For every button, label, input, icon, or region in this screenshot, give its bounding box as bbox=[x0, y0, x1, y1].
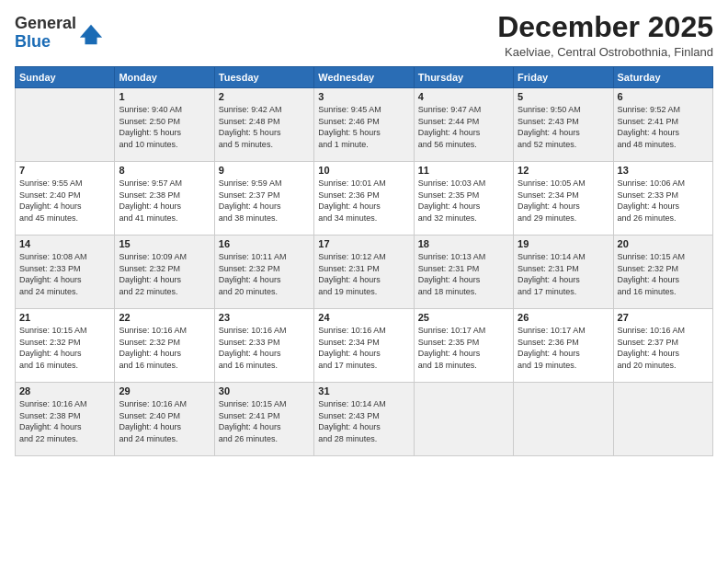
day-number: 9 bbox=[219, 165, 310, 176]
day-info: Sunrise: 10:16 AMSunset: 2:34 PMDaylight… bbox=[318, 325, 409, 371]
day-info: Sunrise: 10:15 AMSunset: 2:32 PMDaylight… bbox=[618, 251, 709, 297]
day-info: Sunrise: 9:52 AMSunset: 2:41 PMDaylight:… bbox=[618, 104, 709, 150]
calendar-week-row: 1Sunrise: 9:40 AMSunset: 2:50 PMDaylight… bbox=[16, 88, 713, 162]
table-row: 25Sunrise: 10:17 AMSunset: 2:35 PMDaylig… bbox=[414, 309, 513, 383]
day-info: Sunrise: 10:01 AMSunset: 2:36 PMDaylight… bbox=[318, 178, 409, 224]
table-row: 11Sunrise: 10:03 AMSunset: 2:35 PMDaylig… bbox=[414, 162, 513, 236]
header-saturday: Saturday bbox=[613, 67, 712, 88]
day-number: 29 bbox=[119, 385, 210, 396]
table-row: 13Sunrise: 10:06 AMSunset: 2:33 PMDaylig… bbox=[613, 162, 712, 236]
day-number: 2 bbox=[219, 91, 310, 102]
day-number: 22 bbox=[119, 312, 210, 323]
day-info: Sunrise: 10:15 AMSunset: 2:32 PMDaylight… bbox=[19, 325, 110, 371]
table-row: 4Sunrise: 9:47 AMSunset: 2:44 PMDaylight… bbox=[414, 88, 513, 162]
table-row bbox=[16, 88, 115, 162]
day-number: 4 bbox=[418, 91, 509, 102]
day-number: 6 bbox=[618, 91, 709, 102]
day-info: Sunrise: 10:11 AMSunset: 2:32 PMDaylight… bbox=[219, 251, 310, 297]
weekday-header-row: Sunday Monday Tuesday Wednesday Thursday… bbox=[16, 67, 713, 88]
day-number: 14 bbox=[19, 238, 110, 249]
day-number: 21 bbox=[19, 312, 110, 323]
location: Kaelviae, Central Ostrobothnia, Finland bbox=[497, 45, 713, 59]
day-number: 10 bbox=[318, 165, 409, 176]
header-thursday: Thursday bbox=[414, 67, 513, 88]
day-info: Sunrise: 10:17 AMSunset: 2:35 PMDaylight… bbox=[418, 325, 509, 371]
day-number: 28 bbox=[19, 385, 110, 396]
table-row: 2Sunrise: 9:42 AMSunset: 2:48 PMDaylight… bbox=[214, 88, 313, 162]
day-info: Sunrise: 10:05 AMSunset: 2:34 PMDaylight… bbox=[518, 178, 609, 224]
day-info: Sunrise: 9:45 AMSunset: 2:46 PMDaylight:… bbox=[318, 104, 409, 150]
day-number: 20 bbox=[618, 238, 709, 249]
day-info: Sunrise: 9:50 AMSunset: 2:43 PMDaylight:… bbox=[518, 104, 609, 150]
day-info: Sunrise: 10:13 AMSunset: 2:31 PMDaylight… bbox=[418, 251, 509, 297]
table-row bbox=[414, 383, 513, 456]
day-number: 5 bbox=[518, 91, 609, 102]
table-row: 5Sunrise: 9:50 AMSunset: 2:43 PMDaylight… bbox=[514, 88, 613, 162]
table-row: 26Sunrise: 10:17 AMSunset: 2:36 PMDaylig… bbox=[514, 309, 613, 383]
day-info: Sunrise: 9:40 AMSunset: 2:50 PMDaylight:… bbox=[119, 104, 210, 150]
table-row: 31Sunrise: 10:14 AMSunset: 2:43 PMDaylig… bbox=[314, 383, 414, 456]
day-info: Sunrise: 10:14 AMSunset: 2:43 PMDaylight… bbox=[318, 398, 409, 444]
day-info: Sunrise: 10:12 AMSunset: 2:31 PMDaylight… bbox=[318, 251, 409, 297]
day-info: Sunrise: 10:15 AMSunset: 2:41 PMDaylight… bbox=[219, 398, 310, 444]
header: General Blue December 2025 Kaelviae, Cen… bbox=[15, 11, 713, 59]
day-info: Sunrise: 9:55 AMSunset: 2:40 PMDaylight:… bbox=[19, 178, 110, 224]
day-info: Sunrise: 10:16 AMSunset: 2:38 PMDaylight… bbox=[19, 398, 110, 444]
table-row: 21Sunrise: 10:15 AMSunset: 2:32 PMDaylig… bbox=[16, 309, 115, 383]
day-number: 16 bbox=[219, 238, 310, 249]
header-wednesday: Wednesday bbox=[314, 67, 414, 88]
day-info: Sunrise: 9:57 AMSunset: 2:38 PMDaylight:… bbox=[119, 178, 210, 224]
day-number: 12 bbox=[518, 165, 609, 176]
table-row: 8Sunrise: 9:57 AMSunset: 2:38 PMDaylight… bbox=[115, 162, 214, 236]
day-number: 31 bbox=[318, 385, 409, 396]
table-row: 23Sunrise: 10:16 AMSunset: 2:33 PMDaylig… bbox=[214, 309, 313, 383]
title-block: December 2025 Kaelviae, Central Ostrobot… bbox=[497, 11, 713, 59]
table-row: 10Sunrise: 10:01 AMSunset: 2:36 PMDaylig… bbox=[314, 162, 414, 236]
day-number: 24 bbox=[318, 312, 409, 323]
month-title: December 2025 bbox=[497, 11, 713, 43]
table-row bbox=[613, 383, 712, 456]
table-row: 30Sunrise: 10:15 AMSunset: 2:41 PMDaylig… bbox=[214, 383, 313, 456]
table-row: 28Sunrise: 10:16 AMSunset: 2:38 PMDaylig… bbox=[16, 383, 115, 456]
day-info: Sunrise: 10:06 AMSunset: 2:33 PMDaylight… bbox=[618, 178, 709, 224]
calendar-week-row: 7Sunrise: 9:55 AMSunset: 2:40 PMDaylight… bbox=[16, 162, 713, 236]
table-row bbox=[514, 383, 613, 456]
logo: General Blue bbox=[15, 15, 104, 52]
day-number: 30 bbox=[219, 385, 310, 396]
table-row: 19Sunrise: 10:14 AMSunset: 2:31 PMDaylig… bbox=[514, 236, 613, 309]
logo-icon bbox=[78, 20, 104, 46]
header-tuesday: Tuesday bbox=[214, 67, 313, 88]
day-info: Sunrise: 10:16 AMSunset: 2:37 PMDaylight… bbox=[618, 325, 709, 371]
table-row: 20Sunrise: 10:15 AMSunset: 2:32 PMDaylig… bbox=[613, 236, 712, 309]
day-number: 18 bbox=[418, 238, 509, 249]
header-sunday: Sunday bbox=[16, 67, 115, 88]
header-friday: Friday bbox=[514, 67, 613, 88]
day-info: Sunrise: 10:09 AMSunset: 2:32 PMDaylight… bbox=[119, 251, 210, 297]
day-number: 19 bbox=[518, 238, 609, 249]
table-row: 15Sunrise: 10:09 AMSunset: 2:32 PMDaylig… bbox=[115, 236, 214, 309]
day-info: Sunrise: 9:47 AMSunset: 2:44 PMDaylight:… bbox=[418, 104, 509, 150]
day-number: 3 bbox=[318, 91, 409, 102]
day-info: Sunrise: 10:16 AMSunset: 2:32 PMDaylight… bbox=[119, 325, 210, 371]
table-row: 7Sunrise: 9:55 AMSunset: 2:40 PMDaylight… bbox=[16, 162, 115, 236]
header-monday: Monday bbox=[115, 67, 214, 88]
day-number: 25 bbox=[418, 312, 509, 323]
day-number: 8 bbox=[119, 165, 210, 176]
day-number: 17 bbox=[318, 238, 409, 249]
page-container: General Blue December 2025 Kaelviae, Cen… bbox=[0, 0, 728, 563]
day-number: 11 bbox=[418, 165, 509, 176]
table-row: 14Sunrise: 10:08 AMSunset: 2:33 PMDaylig… bbox=[16, 236, 115, 309]
table-row: 27Sunrise: 10:16 AMSunset: 2:37 PMDaylig… bbox=[613, 309, 712, 383]
table-row: 18Sunrise: 10:13 AMSunset: 2:31 PMDaylig… bbox=[414, 236, 513, 309]
day-info: Sunrise: 9:42 AMSunset: 2:48 PMDaylight:… bbox=[219, 104, 310, 150]
table-row: 12Sunrise: 10:05 AMSunset: 2:34 PMDaylig… bbox=[514, 162, 613, 236]
table-row: 29Sunrise: 10:16 AMSunset: 2:40 PMDaylig… bbox=[115, 383, 214, 456]
svg-marker-0 bbox=[80, 24, 102, 43]
table-row: 22Sunrise: 10:16 AMSunset: 2:32 PMDaylig… bbox=[115, 309, 214, 383]
day-number: 1 bbox=[119, 91, 210, 102]
day-number: 27 bbox=[618, 312, 709, 323]
calendar-table: Sunday Monday Tuesday Wednesday Thursday… bbox=[15, 66, 713, 456]
day-info: Sunrise: 10:16 AMSunset: 2:40 PMDaylight… bbox=[119, 398, 210, 444]
day-number: 26 bbox=[518, 312, 609, 323]
day-number: 23 bbox=[219, 312, 310, 323]
